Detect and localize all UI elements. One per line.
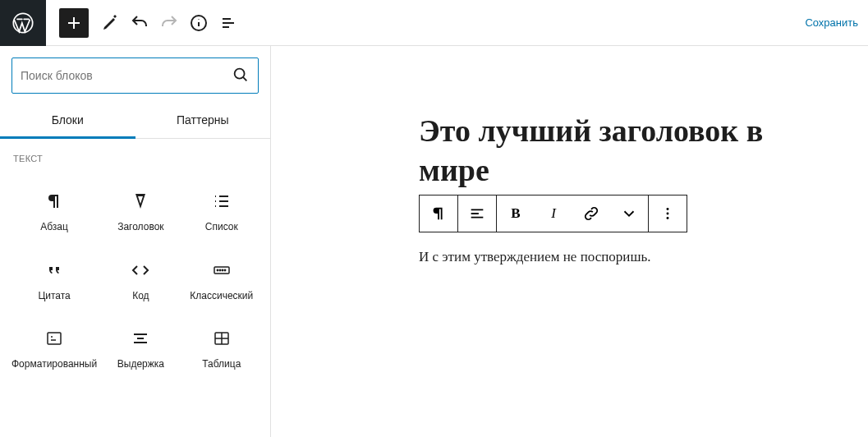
wordpress-logo[interactable] <box>0 0 46 46</box>
editor-top-bar: Сохранить <box>0 0 868 46</box>
search-input[interactable] <box>21 69 232 82</box>
svg-rect-8 <box>48 333 61 344</box>
svg-point-11 <box>667 213 669 215</box>
block-label: Цитата <box>38 290 70 303</box>
svg-point-4 <box>217 269 218 270</box>
blocks-grid: Абзац Заголовок Список Цитата Код <box>0 170 270 399</box>
code-icon <box>131 260 150 280</box>
edit-mode-button[interactable] <box>95 8 125 38</box>
block-item-list[interactable]: Список <box>181 177 262 246</box>
block-toolbar: B I <box>419 195 687 232</box>
quote-icon <box>44 260 64 280</box>
block-label: Форматированный <box>11 358 97 371</box>
block-item-table[interactable]: Таблица <box>181 314 262 383</box>
undo-button[interactable] <box>125 8 154 38</box>
italic-button[interactable]: I <box>535 196 572 232</box>
block-label: Абзац <box>40 221 68 234</box>
more-formatting-button[interactable] <box>610 196 648 232</box>
table-icon <box>212 329 232 348</box>
block-label: Список <box>205 221 238 234</box>
category-label-text: ТЕКСТ <box>0 139 270 170</box>
inserter-tabs: Блоки Паттерны <box>0 102 270 139</box>
editor-main: Блоки Паттерны ТЕКСТ Абзац Заголовок Спи… <box>0 46 868 437</box>
block-label: Таблица <box>202 358 241 371</box>
tab-blocks[interactable]: Блоки <box>0 102 135 138</box>
svg-point-2 <box>235 68 245 78</box>
block-label: Выдержка <box>117 358 164 371</box>
svg-point-12 <box>667 217 669 219</box>
paragraph-block[interactable]: И с этим утверждением не поспоришь. <box>419 249 835 265</box>
heading-icon <box>131 191 150 211</box>
block-item-pullquote[interactable]: Выдержка <box>100 314 181 383</box>
block-item-quote[interactable]: Цитата <box>8 246 100 315</box>
save-button[interactable]: Сохранить <box>795 16 868 29</box>
info-button[interactable] <box>184 8 214 38</box>
post-title[interactable]: Это лучший заголовок в мире <box>419 112 835 190</box>
block-item-paragraph[interactable]: Абзац <box>8 177 100 246</box>
inserter-scroll[interactable]: Блоки Паттерны ТЕКСТ Абзац Заголовок Спи… <box>0 46 270 437</box>
topbar-button-group <box>46 8 243 38</box>
list-icon <box>212 191 232 211</box>
link-button[interactable] <box>572 196 610 232</box>
align-button[interactable] <box>458 196 496 232</box>
block-item-classic[interactable]: Классический <box>181 246 262 315</box>
block-item-heading[interactable]: Заголовок <box>100 177 181 246</box>
svg-point-10 <box>667 208 669 210</box>
block-search-box <box>11 58 259 94</box>
add-block-button[interactable] <box>59 8 89 38</box>
search-icon <box>232 66 250 86</box>
block-item-code[interactable]: Код <box>100 246 181 315</box>
svg-point-7 <box>224 269 225 270</box>
block-type-button[interactable] <box>420 196 457 232</box>
bold-button[interactable]: B <box>497 196 535 232</box>
classic-icon <box>212 260 232 280</box>
redo-button[interactable] <box>154 8 184 38</box>
paragraph-icon <box>44 191 64 211</box>
block-inserter-panel: Блоки Паттерны ТЕКСТ Абзац Заголовок Спи… <box>0 46 271 437</box>
more-options-button[interactable] <box>649 196 687 232</box>
block-label: Код <box>132 290 149 303</box>
preformatted-icon <box>44 329 64 348</box>
pullquote-icon <box>131 329 150 348</box>
block-label: Заголовок <box>117 221 163 234</box>
svg-point-6 <box>222 269 223 270</box>
block-label: Классический <box>190 290 253 303</box>
tab-patterns[interactable]: Паттерны <box>135 102 271 138</box>
block-item-preformatted[interactable]: Форматированный <box>8 314 100 383</box>
outline-button[interactable] <box>214 8 243 38</box>
editor-canvas[interactable]: Это лучший заголовок в мире B I <box>271 46 868 437</box>
svg-point-5 <box>219 269 220 270</box>
